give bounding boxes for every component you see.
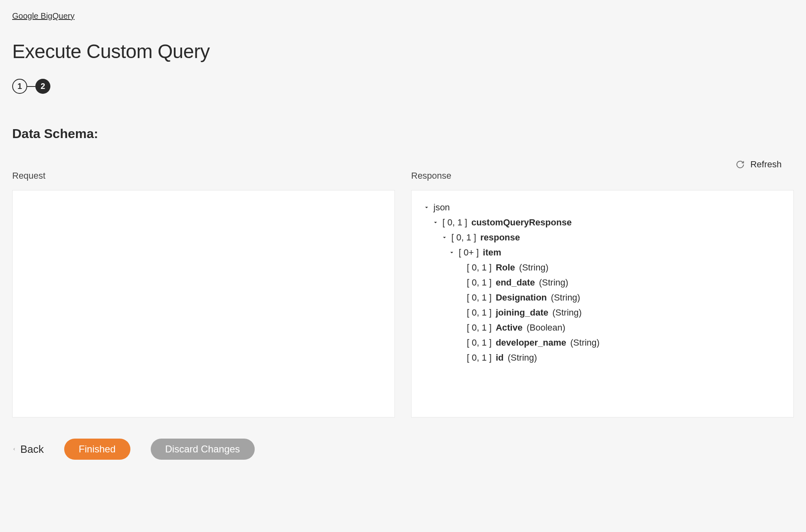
- tree-type: (String): [519, 260, 548, 275]
- chevron-down-icon: [433, 220, 438, 225]
- tree-label: response: [480, 230, 520, 245]
- chevron-left-icon: [12, 446, 16, 452]
- tree-label: Role: [496, 260, 515, 275]
- tree-leaf-id[interactable]: [ 0, 1 ] id (String): [457, 350, 781, 365]
- response-panel-label: Response: [411, 171, 794, 181]
- tree-label: item: [483, 245, 501, 260]
- back-label: Back: [20, 443, 44, 456]
- tree-node-item[interactable]: [ 0+ ] item: [449, 245, 781, 260]
- tree-node-customqueryresponse[interactable]: [ 0, 1 ] customQueryResponse: [433, 215, 781, 230]
- tree-label: end_date: [496, 275, 535, 290]
- tree-type: (String): [551, 290, 580, 305]
- tree-label: Designation: [496, 290, 547, 305]
- tree-cardinality: [ 0, 1 ]: [467, 335, 492, 350]
- tree-cardinality: [ 0, 1 ]: [467, 260, 492, 275]
- stepper: 1 2: [12, 79, 794, 94]
- tree-type: (Boolean): [526, 320, 565, 335]
- tree-cardinality: [ 0, 1 ]: [467, 290, 492, 305]
- tree-cardinality: [ 0, 1 ]: [467, 305, 492, 320]
- tree-label: joining_date: [496, 305, 548, 320]
- tree-type: (String): [539, 275, 568, 290]
- request-panel: Request: [12, 171, 395, 417]
- request-panel-label: Request: [12, 171, 395, 181]
- tree-leaf-end-date[interactable]: [ 0, 1 ] end_date (String): [457, 275, 781, 290]
- page-title: Execute Custom Query: [12, 40, 794, 63]
- tree-node-response[interactable]: [ 0, 1 ] response: [442, 230, 781, 245]
- request-panel-box[interactable]: [12, 190, 395, 417]
- tree-node-json[interactable]: json: [424, 200, 781, 215]
- refresh-label: Refresh: [750, 159, 782, 170]
- step-connector: [27, 86, 35, 87]
- chevron-down-icon: [449, 250, 455, 255]
- tree-cardinality: [ 0, 1 ]: [467, 350, 492, 365]
- tree-cardinality: [ 0, 1 ]: [467, 320, 492, 335]
- chevron-down-icon: [442, 235, 447, 240]
- finished-button[interactable]: Finished: [64, 439, 130, 460]
- tree-type: (String): [570, 335, 600, 350]
- section-heading: Data Schema:: [12, 126, 794, 141]
- discard-changes-button[interactable]: Discard Changes: [151, 439, 255, 460]
- tree-cardinality: [ 0+ ]: [459, 245, 479, 260]
- tree-leaf-role[interactable]: [ 0, 1 ] Role (String): [457, 260, 781, 275]
- step-1[interactable]: 1: [12, 79, 27, 94]
- tree-label: developer_name: [496, 335, 566, 350]
- response-panel-box[interactable]: json [ 0, 1 ] customQueryResponse [ 0, 1…: [411, 190, 794, 417]
- tree-cardinality: [ 0, 1 ]: [451, 230, 476, 245]
- back-button[interactable]: Back: [12, 443, 44, 456]
- tree-type: (String): [552, 305, 582, 320]
- refresh-button[interactable]: Refresh: [12, 159, 794, 170]
- tree-label: json: [433, 200, 450, 215]
- tree-leaf-joining-date[interactable]: [ 0, 1 ] joining_date (String): [457, 305, 781, 320]
- chevron-down-icon: [424, 205, 429, 210]
- tree-leaf-active[interactable]: [ 0, 1 ] Active (Boolean): [457, 320, 781, 335]
- refresh-icon: [736, 160, 745, 169]
- tree-leaf-developer-name[interactable]: [ 0, 1 ] developer_name (String): [457, 335, 781, 350]
- breadcrumb-link[interactable]: Google BigQuery: [12, 11, 74, 20]
- tree-type: (String): [508, 350, 537, 365]
- tree-label: id: [496, 350, 504, 365]
- step-2[interactable]: 2: [35, 79, 50, 94]
- tree-label: Active: [496, 320, 522, 335]
- tree-label: customQueryResponse: [471, 215, 572, 230]
- tree-leaf-designation[interactable]: [ 0, 1 ] Designation (String): [457, 290, 781, 305]
- tree-cardinality: [ 0, 1 ]: [442, 215, 467, 230]
- tree-cardinality: [ 0, 1 ]: [467, 275, 492, 290]
- response-panel: Response json [ 0, 1 ] customQueryRespon…: [411, 171, 794, 417]
